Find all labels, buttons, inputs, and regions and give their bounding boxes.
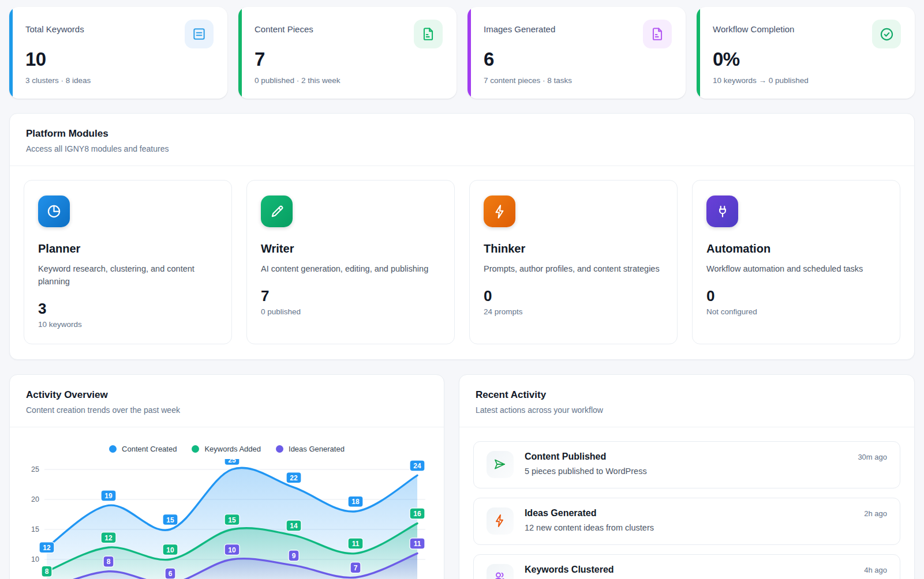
stat-label: Content Pieces — [255, 20, 313, 34]
users-icon — [487, 564, 514, 579]
module-card-planner[interactable]: Planner Keyword research, clustering, an… — [24, 180, 232, 344]
activity-list: Content Published 30m ago 5 pieces publi… — [473, 441, 900, 579]
file-icon — [414, 20, 443, 48]
accent-bar — [467, 7, 471, 99]
dashboard: Total Keywords 10 3 clusters · 8 ideas C… — [0, 0, 924, 579]
svg-text:25: 25 — [228, 459, 236, 464]
platform-modules-panel: Platform Modules Access all IGNY8 module… — [9, 113, 915, 360]
svg-text:15: 15 — [166, 516, 174, 524]
legend-label: Ideas Generated — [289, 445, 345, 453]
module-stat: 0 — [706, 287, 886, 305]
activity-title: Content Published — [525, 452, 606, 462]
stat-value: 7 — [255, 48, 443, 70]
bottom-row: Activity Overview Content creation trend… — [9, 374, 915, 579]
send-icon — [487, 451, 514, 478]
svg-text:8: 8 — [45, 567, 49, 576]
section-title: Recent Activity — [476, 389, 898, 401]
module-stat-label: 10 keywords — [38, 320, 218, 329]
module-stat-label: 24 prompts — [484, 307, 663, 316]
svg-text:20: 20 — [31, 495, 39, 503]
accent-bar — [9, 7, 13, 99]
stat-sub: 3 clusters · 8 ideas — [25, 76, 214, 85]
activity-title: Ideas Generated — [525, 508, 597, 518]
svg-text:11: 11 — [352, 540, 360, 548]
legend-label: Content Created — [122, 445, 177, 453]
plug-icon — [706, 195, 738, 227]
svg-text:12: 12 — [104, 533, 113, 542]
activity-description: 5 pieces published to WordPress — [525, 467, 887, 476]
legend-item[interactable]: Content Created — [109, 445, 177, 453]
platform-modules-header: Platform Modules Access all IGNY8 module… — [10, 114, 914, 166]
svg-text:10: 10 — [166, 546, 174, 554]
accent-bar — [238, 7, 242, 99]
activity-time: 30m ago — [858, 453, 887, 461]
stat-sub: 10 keywords → 0 published — [713, 76, 901, 85]
legend-item[interactable]: Keywords Added — [192, 445, 261, 453]
svg-text:18: 18 — [351, 498, 360, 506]
svg-text:9: 9 — [292, 551, 296, 559]
svg-text:25: 25 — [31, 465, 39, 473]
activity-overview-header: Activity Overview Content creation trend… — [10, 375, 444, 427]
activity-time: 2h ago — [864, 509, 887, 518]
activity-item-content-published[interactable]: Content Published 30m ago 5 pieces publi… — [473, 441, 900, 488]
recent-activity-header: Recent Activity Latest actions across yo… — [459, 375, 914, 427]
svg-text:12: 12 — [43, 543, 51, 551]
lightning-icon — [484, 195, 515, 227]
module-name: Writer — [261, 242, 440, 255]
svg-text:14: 14 — [290, 521, 298, 529]
module-name: Automation — [706, 242, 886, 255]
svg-text:11: 11 — [414, 540, 421, 548]
stat-label: Images Generated — [484, 20, 555, 34]
check-circle-icon — [872, 20, 901, 48]
section-title: Platform Modules — [26, 128, 898, 140]
activity-item-keywords-clustered[interactable]: Keywords Clustered 4h ago 45 keywords gr… — [473, 554, 900, 579]
modules-grid: Planner Keyword research, clustering, an… — [24, 180, 900, 344]
stat-card-workflow-completion: Workflow Completion 0% 10 keywords → 0 p… — [697, 7, 915, 99]
module-name: Thinker — [484, 242, 663, 255]
section-subtitle: Access all IGNY8 modules and features — [26, 144, 898, 153]
section-subtitle: Content creation trends over the past we… — [26, 405, 428, 415]
module-card-writer[interactable]: Writer AI content generation, editing, a… — [246, 180, 455, 344]
legend-item[interactable]: Ideas Generated — [276, 445, 345, 453]
module-description: AI content generation, editing, and publ… — [261, 263, 440, 276]
svg-text:7: 7 — [354, 563, 358, 572]
svg-text:22: 22 — [290, 473, 298, 482]
module-description: Prompts, author profiles, and content st… — [484, 263, 663, 276]
activity-item-ideas-generated[interactable]: Ideas Generated 2h ago 12 new content id… — [473, 498, 900, 545]
module-stat: 0 — [484, 287, 663, 305]
stats-row: Total Keywords 10 3 clusters · 8 ideas C… — [9, 7, 915, 99]
module-stat: 7 — [261, 287, 440, 305]
stat-card-content-pieces: Content Pieces 7 0 published · 2 this we… — [238, 7, 457, 99]
stat-value: 6 — [484, 48, 672, 70]
recent-activity-panel: Recent Activity Latest actions across yo… — [459, 374, 915, 579]
stat-card-images-generated: Images Generated 6 7 content pieces · 8 … — [467, 7, 686, 99]
module-name: Planner — [38, 242, 218, 255]
lightning-icon — [487, 507, 514, 535]
stat-card-total-keywords: Total Keywords 10 3 clusters · 8 ideas — [9, 7, 227, 99]
legend-dot — [276, 445, 283, 453]
svg-text:24: 24 — [413, 461, 421, 469]
svg-text:15: 15 — [228, 516, 236, 524]
svg-text:15: 15 — [31, 525, 39, 533]
pencil-icon — [261, 195, 293, 227]
activity-description: 12 new content ideas from clusters — [525, 523, 887, 532]
accent-bar — [697, 7, 700, 99]
svg-text:16: 16 — [413, 510, 421, 518]
svg-text:6: 6 — [169, 570, 173, 578]
svg-text:10: 10 — [228, 546, 236, 554]
module-stat: 3 — [38, 300, 218, 318]
module-stat-label: 0 published — [261, 307, 440, 316]
stat-sub: 7 content pieces · 8 tasks — [484, 76, 672, 85]
module-description: Workflow automation and scheduled tasks — [706, 263, 886, 276]
stat-label: Total Keywords — [25, 20, 84, 34]
legend-dot — [192, 445, 199, 453]
file-icon — [643, 20, 672, 48]
chart-legend: Content CreatedKeywords AddedIdeas Gener… — [24, 441, 430, 459]
module-card-automation[interactable]: Automation Workflow automation and sched… — [692, 180, 900, 344]
section-subtitle: Latest actions across your workflow — [476, 405, 898, 415]
stat-sub: 0 published · 2 this week — [255, 76, 443, 85]
activity-chart: 510152025MonTueWedThuFriSatSun1219152522… — [26, 459, 427, 579]
stat-label: Workflow Completion — [713, 20, 794, 34]
module-card-thinker[interactable]: Thinker Prompts, author profiles, and co… — [469, 180, 678, 344]
activity-title: Keywords Clustered — [525, 565, 614, 575]
